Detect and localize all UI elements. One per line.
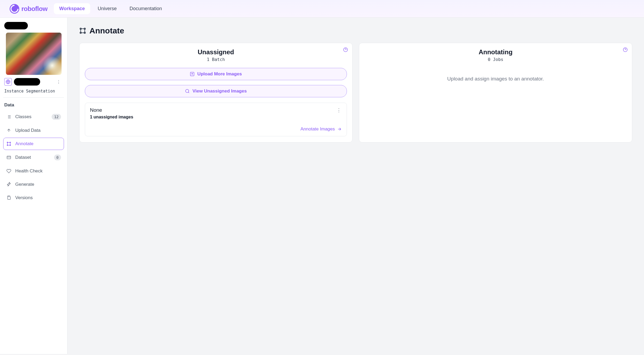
annotate-link-label: Annotate Images — [300, 126, 335, 132]
sidebar-item-annotate[interactable]: Annotate — [3, 138, 64, 150]
top-nav: roboflow Workspace Universe Documentatio… — [0, 0, 644, 18]
sidebar-item-label: Upload Data — [15, 128, 41, 133]
nav-tab-universe[interactable]: Universe — [92, 3, 122, 14]
brand-name: roboflow — [21, 5, 47, 13]
card-unassigned: Unassigned 1 Batch Upload More Images Vi… — [79, 43, 353, 142]
upload-btn-label: Upload More Images — [197, 71, 242, 77]
main-content: Annotate Unassigned 1 Batch Upload More … — [67, 18, 644, 354]
unassigned-subtitle: 1 Batch — [85, 57, 347, 62]
annotate-images-link[interactable]: Annotate Images — [90, 126, 342, 132]
svg-rect-7 — [8, 197, 11, 200]
health-icon — [6, 168, 12, 174]
annotate-icon — [6, 141, 12, 146]
svg-point-15 — [185, 89, 189, 92]
view-btn-label: View Unassigned Images — [192, 88, 247, 94]
unassigned-title: Unassigned — [85, 48, 347, 56]
upload-more-images-button[interactable]: Upload More Images — [85, 68, 347, 80]
batch-count: 1 unassigned images — [90, 115, 342, 119]
sidebar-item-label: Dataset — [15, 155, 31, 160]
sidebar-item-dataset[interactable]: Dataset 0 — [3, 151, 64, 164]
project-meta: ⋮ — [3, 78, 64, 86]
roboflow-logo-icon — [10, 4, 19, 14]
project-more-button[interactable]: ⋮ — [54, 78, 63, 86]
project-name-redacted[interactable] — [14, 78, 40, 86]
nav-tab-documentation[interactable]: Documentation — [124, 3, 167, 14]
help-icon[interactable] — [343, 47, 348, 52]
logo[interactable]: roboflow — [10, 4, 47, 14]
upload-square-icon — [190, 72, 195, 76]
card-annotating: Annotating 0 Jobs Upload and assign imag… — [359, 43, 632, 142]
sidebar-item-label: Health Check — [15, 168, 43, 174]
annotating-subtitle: 0 Jobs — [365, 57, 627, 62]
generate-icon — [6, 182, 12, 187]
sidebar-item-label: Classes — [15, 114, 31, 119]
annotate-title-icon — [79, 27, 86, 34]
dataset-count-badge: 0 — [54, 155, 61, 160]
batch-box: ⋮ None 1 unassigned images Annotate Imag… — [85, 103, 347, 136]
sidebar-item-upload-data[interactable]: Upload Data — [3, 124, 64, 137]
dataset-icon — [6, 155, 12, 160]
sidebar-item-generate[interactable]: Generate — [3, 178, 64, 191]
sidebar: ⋮ Instance Segmentation Data Classes 12 … — [0, 18, 67, 354]
project-type-label: Instance Segmentation — [3, 87, 64, 98]
sidebar-item-label: Versions — [15, 195, 33, 200]
versions-icon — [6, 195, 12, 200]
arrow-right-icon — [337, 127, 342, 132]
globe-icon — [4, 78, 12, 86]
page-title-row: Annotate — [79, 26, 632, 35]
help-icon[interactable] — [623, 47, 628, 52]
page-title: Annotate — [89, 26, 124, 35]
section-heading-data: Data — [3, 102, 64, 110]
sidebar-item-versions[interactable]: Versions — [3, 192, 64, 204]
sidebar-item-health-check[interactable]: Health Check — [3, 165, 64, 177]
sidebar-item-label: Annotate — [15, 141, 33, 146]
svg-rect-6 — [7, 156, 11, 159]
annotating-title: Annotating — [365, 48, 627, 56]
batch-more-button[interactable]: ⋮ — [335, 107, 343, 114]
project-thumbnail[interactable] — [6, 33, 62, 75]
view-unassigned-images-button[interactable]: View Unassigned Images — [85, 85, 347, 97]
nav-tabs: Workspace Universe Documentation — [54, 3, 167, 14]
sidebar-item-classes[interactable]: Classes 12 — [3, 110, 64, 123]
upload-icon — [6, 128, 12, 133]
nav-tab-workspace[interactable]: Workspace — [54, 3, 90, 14]
workspace-name-redacted[interactable] — [4, 22, 28, 29]
sidebar-item-label: Generate — [15, 182, 34, 187]
batch-name: None — [90, 107, 342, 113]
list-icon — [6, 114, 12, 119]
search-icon — [185, 89, 190, 94]
annotating-empty-text: Upload and assign images to an annotator… — [365, 68, 627, 90]
classes-count-badge: 12 — [52, 114, 61, 120]
